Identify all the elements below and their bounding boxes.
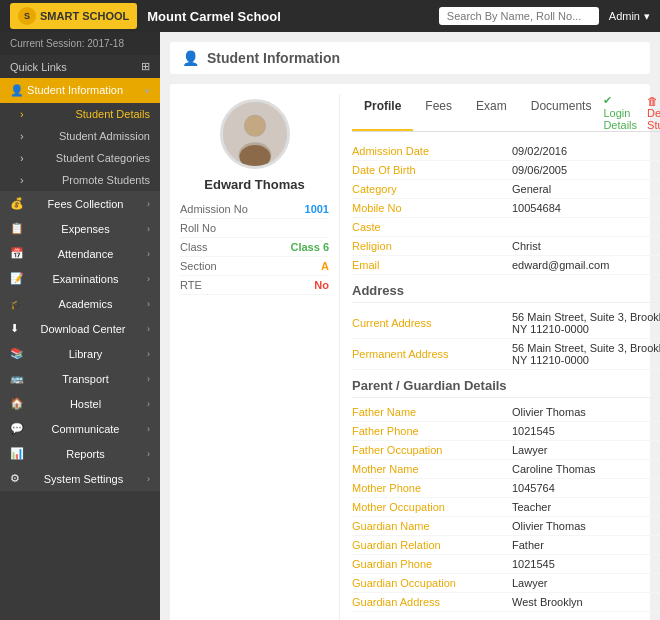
sidebar-section-student-information[interactable]: 👤 Student Information ▾ xyxy=(0,78,160,103)
current-address-label: Current Address xyxy=(352,308,512,339)
chevron-right-icon: › xyxy=(147,249,150,259)
table-row: Date Of Birth 09/06/2005 xyxy=(352,161,660,180)
mobile-label: Mobile No xyxy=(352,199,512,218)
dob-value: 09/06/2005 xyxy=(512,161,660,180)
sidebar-item-student-details[interactable]: › Student Details xyxy=(0,103,160,125)
field-rte: RTE No xyxy=(180,276,329,295)
table-row: Permanent Address 56 Main Street, Suite … xyxy=(352,339,660,370)
table-row: Mother Occupation Teacher xyxy=(352,498,660,517)
expenses-icon: 📋 xyxy=(10,222,24,235)
school-name: Mount Carmel School xyxy=(147,9,281,24)
sidebar-group-academics[interactable]: 🎓 Academics › xyxy=(0,291,160,316)
sidebar-group-hostel[interactable]: 🏠 Hostel › xyxy=(0,391,160,416)
login-details-button[interactable]: ✔ Login Details xyxy=(603,94,637,131)
class-value: Class 6 xyxy=(290,241,329,253)
mobile-value: 10054684 xyxy=(512,199,660,218)
sidebar-group-communicate[interactable]: 💬 Communicate › xyxy=(0,416,160,441)
sidebar-item-student-admission[interactable]: › Student Admission xyxy=(0,125,160,147)
address-section-title: Address xyxy=(352,283,660,303)
sidebar-group-attendance[interactable]: 📅 Attendance › xyxy=(0,241,160,266)
page-header-icon: 👤 xyxy=(182,50,199,66)
communicate-icon: 💬 xyxy=(10,422,24,435)
chevron-right-icon: › xyxy=(147,349,150,359)
page-header: 👤 Student Information xyxy=(170,42,650,74)
sidebar-group-label: Library xyxy=(69,348,103,360)
chevron-right-icon: › xyxy=(147,299,150,309)
roll-no-label: Roll No xyxy=(180,222,216,234)
sidebar-group-label: Examinations xyxy=(52,273,118,285)
logo[interactable]: S SMART SCHOOL xyxy=(10,3,137,29)
admin-menu[interactable]: Admin ▾ xyxy=(609,10,650,23)
tab-exam[interactable]: Exam xyxy=(464,94,519,131)
table-row: Current Address 56 Main Street, Suite 3,… xyxy=(352,308,660,339)
mother-phone-label: Mother Phone xyxy=(352,479,512,498)
field-admission-no: Admission No 1001 xyxy=(180,200,329,219)
avatar xyxy=(220,99,290,169)
arrow-icon: › xyxy=(20,130,24,142)
tabs: Profile Fees Exam Documents ✔ Login Deta… xyxy=(352,94,660,132)
sidebar-group-reports[interactable]: 📊 Reports › xyxy=(0,441,160,466)
search-input[interactable] xyxy=(439,7,599,25)
mother-phone-value: 1045764 xyxy=(512,479,660,498)
field-roll-no: Roll No xyxy=(180,219,329,238)
delete-student-button[interactable]: 🗑 Delete Student xyxy=(647,95,660,131)
father-name-label: Father Name xyxy=(352,403,512,422)
father-occupation-label: Father Occupation xyxy=(352,441,512,460)
library-icon: 📚 xyxy=(10,347,24,360)
sidebar-item-promote-students[interactable]: › Promote Students xyxy=(0,169,160,191)
sidebar: Current Session: 2017-18 Quick Links ⊞ 👤… xyxy=(0,32,160,620)
caste-value xyxy=(512,218,660,237)
sidebar-group-fees[interactable]: 💰 Fees Collection › xyxy=(0,191,160,216)
chevron-right-icon: › xyxy=(147,199,150,209)
permanent-address-value: 56 Main Street, Suite 3, Brooklyn, NY 11… xyxy=(512,339,660,370)
logo-icon: S xyxy=(18,7,36,25)
sidebar-group-download[interactable]: ⬇ Download Center › xyxy=(0,316,160,341)
current-address-value: 56 Main Street, Suite 3, Brooklyn, NY 11… xyxy=(512,308,660,339)
guardian-name-value: Olivier Thomas xyxy=(512,517,660,536)
sidebar-group-label: Fees Collection xyxy=(48,198,124,210)
admission-no-label: Admission No xyxy=(180,203,248,215)
table-row: Category General xyxy=(352,180,660,199)
guardian-address-label: Guardian Address xyxy=(352,593,512,612)
sidebar-item-student-categories[interactable]: › Student Categories xyxy=(0,147,160,169)
sidebar-group-settings[interactable]: ⚙ System Settings › xyxy=(0,466,160,491)
guardian-occupation-label: Guardian Occupation xyxy=(352,574,512,593)
attendance-icon: 📅 xyxy=(10,247,24,260)
sidebar-group-label: Hostel xyxy=(70,398,101,410)
permanent-address-label: Permanent Address xyxy=(352,339,512,370)
sidebar-group-label: System Settings xyxy=(44,473,123,485)
sidebar-group-label: Transport xyxy=(62,373,109,385)
category-label: Category xyxy=(352,180,512,199)
tab-fees[interactable]: Fees xyxy=(413,94,464,131)
mother-occupation-label: Mother Occupation xyxy=(352,498,512,517)
exam-icon: 📝 xyxy=(10,272,24,285)
sidebar-group-examinations[interactable]: 📝 Examinations › xyxy=(0,266,160,291)
sidebar-group-transport[interactable]: 🚌 Transport › xyxy=(0,366,160,391)
basic-info-table: Admission Date 09/02/2016 Date Of Birth … xyxy=(352,142,660,275)
quick-links[interactable]: Quick Links ⊞ xyxy=(0,55,160,78)
caste-label: Caste xyxy=(352,218,512,237)
admission-date-value: 09/02/2016 xyxy=(512,142,660,161)
address-table: Current Address 56 Main Street, Suite 3,… xyxy=(352,308,660,370)
tab-profile[interactable]: Profile xyxy=(352,94,413,131)
sidebar-item-label: Student Admission xyxy=(59,130,150,142)
sidebar-group-library[interactable]: 📚 Library › xyxy=(0,341,160,366)
topbar: S SMART SCHOOL Mount Carmel School Admin… xyxy=(0,0,660,32)
table-row: Religion Christ xyxy=(352,237,660,256)
table-row: Father Name Olivier Thomas xyxy=(352,403,660,422)
father-occupation-value: Lawyer xyxy=(512,441,660,460)
table-row: Guardian Relation Father xyxy=(352,536,660,555)
tab-documents[interactable]: Documents xyxy=(519,94,604,131)
table-row: Caste xyxy=(352,218,660,237)
chevron-right-icon: › xyxy=(147,449,150,459)
chevron-right-icon: › xyxy=(147,374,150,384)
student-fields: Admission No 1001 Roll No Class Class 6 xyxy=(180,200,329,295)
table-row: Father Occupation Lawyer xyxy=(352,441,660,460)
hostel-icon: 🏠 xyxy=(10,397,24,410)
sidebar-group-expenses[interactable]: 📋 Expenses › xyxy=(0,216,160,241)
academics-icon: 🎓 xyxy=(10,297,24,310)
sidebar-group-label: Academics xyxy=(59,298,113,310)
student-name: Edward Thomas xyxy=(204,177,304,192)
chevron-right-icon: › xyxy=(147,399,150,409)
guardian-table: Father Name Olivier Thomas Father Phone … xyxy=(352,403,660,612)
